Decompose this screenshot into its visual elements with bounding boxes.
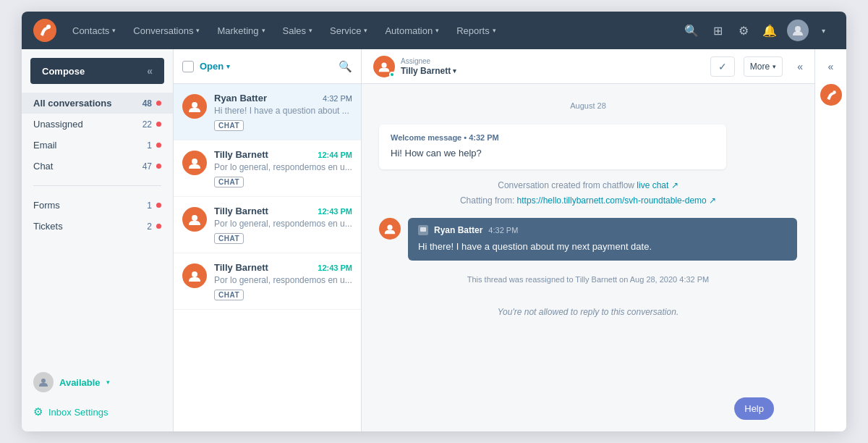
conv-content: Tilly Barnett 12:43 PM Por lo general, r… bbox=[214, 262, 352, 300]
notifications-icon[interactable]: 🔔 bbox=[758, 19, 781, 42]
chatting-from-link[interactable]: https://hello.tillybarnett.com/svh-round… bbox=[517, 195, 716, 206]
welcome-message-bubble: Welcome message • 4:32 PM Hi! How can we… bbox=[379, 125, 726, 169]
online-status-dot bbox=[389, 72, 395, 77]
right-panel: « bbox=[814, 49, 846, 431]
assignee-info: Assignee Tilly Barnett ▾ bbox=[401, 57, 456, 76]
reply-not-allowed-notice: You're not allowed to reply to this conv… bbox=[379, 298, 797, 326]
date-divider: August 28 bbox=[379, 101, 797, 110]
chat-body: August 28 Welcome message • 4:32 PM Hi! … bbox=[362, 84, 814, 431]
svg-point-5 bbox=[192, 159, 197, 164]
hubspot-logo[interactable] bbox=[33, 19, 56, 42]
marketplace-icon[interactable]: ⊞ bbox=[706, 19, 729, 42]
top-navigation: Contacts ▾ Conversations ▾ Marketing ▾ S… bbox=[22, 12, 846, 49]
collapse-right-icon[interactable]: « bbox=[820, 55, 843, 78]
sidebar-item-tickets[interactable]: Tickets 2 bbox=[22, 216, 173, 237]
unread-dot bbox=[156, 143, 161, 148]
unread-dot bbox=[156, 164, 161, 169]
hubspot-icon-right[interactable] bbox=[820, 84, 842, 106]
conv-avatar bbox=[182, 263, 207, 288]
system-message: Conversation created from chatflow live … bbox=[379, 178, 797, 209]
resolve-button[interactable]: ✓ bbox=[710, 56, 735, 77]
user-status-icon bbox=[33, 372, 54, 392]
help-button[interactable]: Help bbox=[734, 397, 774, 420]
chat-main: Assignee Tilly Barnett ▾ ✓ More ▾ « bbox=[362, 49, 814, 431]
unread-dot bbox=[156, 224, 161, 229]
conv-content: Tilly Barnett 12:43 PM Por lo general, r… bbox=[214, 206, 352, 244]
available-caret: ▾ bbox=[106, 379, 110, 386]
unread-dot bbox=[156, 122, 161, 127]
inbox-settings-button[interactable]: ⚙ Inbox Settings bbox=[33, 401, 161, 423]
live-chat-link[interactable]: live chat ↗ bbox=[637, 180, 678, 190]
sidebar-divider bbox=[33, 185, 161, 186]
svg-rect-10 bbox=[420, 227, 426, 232]
main-sidebar-items: All conversations 48 Unassigned 22 Email… bbox=[22, 90, 173, 180]
conversation-item[interactable]: Tilly Barnett 12:43 PM Por lo general, r… bbox=[174, 197, 361, 253]
conv-avatar bbox=[182, 151, 207, 175]
nav-automation[interactable]: Automation ▾ bbox=[378, 21, 446, 41]
svg-point-4 bbox=[192, 102, 197, 108]
conversation-item[interactable]: Ryan Batter 4:32 PM Hi there! I have a q… bbox=[174, 84, 361, 140]
nav-marketing[interactable]: Marketing ▾ bbox=[210, 21, 272, 41]
user-avatar[interactable] bbox=[787, 20, 809, 41]
nav-conversations[interactable]: Conversations ▾ bbox=[126, 21, 207, 41]
nav-sales[interactable]: Sales ▾ bbox=[276, 21, 320, 41]
incoming-bubble: Ryan Batter 4:32 PM Hi there! I have a q… bbox=[408, 218, 797, 261]
svg-point-7 bbox=[192, 271, 197, 277]
conv-avatar bbox=[182, 94, 207, 119]
svg-point-11 bbox=[833, 90, 836, 93]
search-conversations-button[interactable]: 🔍 bbox=[339, 60, 352, 73]
gear-icon: ⚙ bbox=[33, 405, 43, 418]
assignee-block: Assignee Tilly Barnett ▾ bbox=[373, 56, 456, 77]
nav-contacts[interactable]: Contacts ▾ bbox=[65, 21, 123, 41]
conversation-item[interactable]: Tilly Barnett 12:43 PM Por lo general, r… bbox=[174, 253, 361, 310]
svg-point-1 bbox=[46, 25, 51, 29]
chat-header: Assignee Tilly Barnett ▾ ✓ More ▾ « bbox=[362, 49, 814, 84]
sender-avatar bbox=[379, 218, 401, 240]
availability-toggle[interactable]: Available ▾ bbox=[33, 368, 161, 397]
thread-reassign-message: This thread was reassigned to Tilly Barn… bbox=[379, 269, 797, 290]
conv-content: Tilly Barnett 12:44 PM Por lo general, r… bbox=[214, 149, 352, 187]
compose-button[interactable]: Compose « bbox=[30, 58, 164, 84]
unread-dot bbox=[156, 101, 161, 106]
nav-reports[interactable]: Reports ▾ bbox=[449, 21, 503, 41]
sidebar-item-unassigned[interactable]: Unassigned 22 bbox=[22, 114, 173, 135]
secondary-sidebar-items: Forms 1 Tickets 2 bbox=[22, 192, 173, 240]
left-sidebar: Compose « All conversations 48 Unassigne… bbox=[22, 49, 174, 431]
sidebar-footer: Available ▾ ⚙ Inbox Settings bbox=[22, 362, 173, 431]
collapse-panel-button[interactable]: « bbox=[797, 61, 803, 72]
conv-content: Ryan Batter 4:32 PM Hi there! I have a q… bbox=[214, 93, 352, 131]
svg-point-9 bbox=[387, 224, 392, 229]
sidebar-item-all-conversations[interactable]: All conversations 48 bbox=[22, 93, 173, 114]
sidebar-item-email[interactable]: Email 1 bbox=[22, 135, 173, 156]
search-button[interactable]: 🔍 bbox=[680, 19, 703, 42]
sidebar-item-forms[interactable]: Forms 1 bbox=[22, 195, 173, 216]
more-options-button[interactable]: More ▾ bbox=[744, 56, 783, 77]
settings-icon[interactable]: ⚙ bbox=[732, 19, 755, 42]
assignee-avatar bbox=[373, 56, 395, 77]
incoming-message-row: Ryan Batter 4:32 PM Hi there! I have a q… bbox=[379, 218, 797, 261]
user-menu-arrow[interactable]: ▾ bbox=[812, 19, 835, 42]
conversation-item[interactable]: Tilly Barnett 12:44 PM Por lo general, r… bbox=[174, 140, 361, 197]
chat-icon bbox=[418, 225, 428, 235]
sidebar-item-chat[interactable]: Chat 47 bbox=[22, 156, 173, 177]
select-all-checkbox[interactable] bbox=[182, 61, 194, 72]
conversation-list: Open ▾ 🔍 Ryan Batter 4:32 PM Hi there! I… bbox=[174, 49, 362, 431]
unread-dot bbox=[156, 203, 161, 208]
svg-point-3 bbox=[41, 379, 46, 383]
svg-point-6 bbox=[192, 215, 197, 221]
conv-avatar bbox=[182, 207, 207, 232]
conversation-list-header: Open ▾ 🔍 bbox=[174, 49, 361, 84]
svg-point-8 bbox=[381, 62, 386, 67]
open-filter-button[interactable]: Open ▾ bbox=[200, 61, 230, 72]
svg-point-2 bbox=[795, 26, 801, 32]
nav-service[interactable]: Service ▾ bbox=[323, 21, 375, 41]
